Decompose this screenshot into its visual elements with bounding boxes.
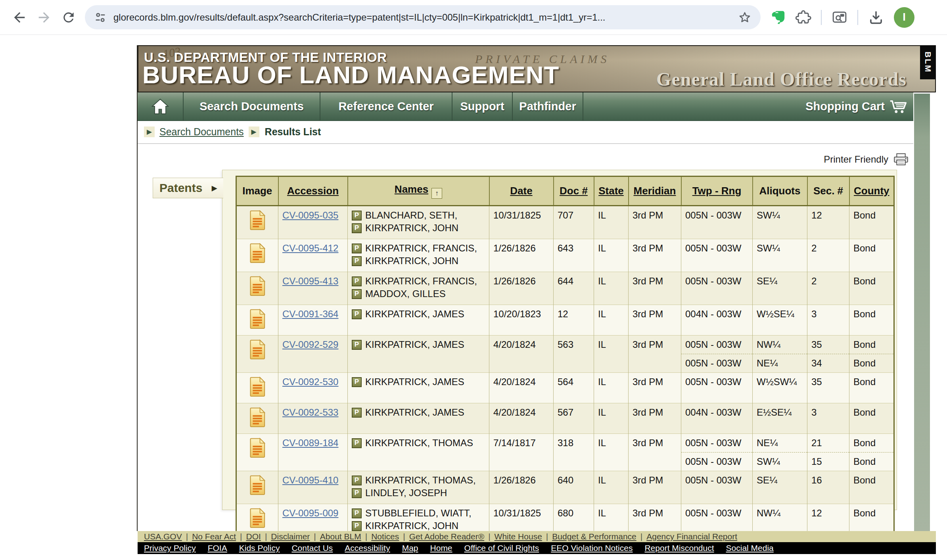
browser-back-button[interactable] xyxy=(7,5,32,30)
browser-reload-button[interactable] xyxy=(56,5,81,30)
document-page-icon xyxy=(249,210,266,230)
accession-link[interactable]: CV-0092-530 xyxy=(282,376,338,387)
cell-twp: 004N - 003W xyxy=(681,305,753,336)
cell-doc: 707 xyxy=(554,206,594,239)
col-header-doc[interactable]: Doc # xyxy=(554,176,594,206)
printer-friendly-button[interactable]: Printer Friendly xyxy=(805,153,909,166)
accession-link[interactable]: CV-0091-364 xyxy=(282,309,338,319)
footer-link-separator: | xyxy=(265,532,267,541)
patent-marker-icon: P xyxy=(352,377,362,387)
document-image-link[interactable] xyxy=(249,309,266,332)
accession-link[interactable]: CV-0092-533 xyxy=(282,407,338,418)
col-header-names[interactable]: Names↑ xyxy=(348,176,489,206)
patentee-name: PSTUBBLEFIELD, WIATT, xyxy=(352,508,485,519)
site-info-icon[interactable] xyxy=(94,11,107,24)
footer-link-disclaimer[interactable]: Disclaimer xyxy=(271,532,310,541)
cell-date: 7/14/1817 xyxy=(489,434,554,471)
accession-link[interactable]: CV-0092-529 xyxy=(282,339,338,350)
cell-twp: 005N - 003W xyxy=(681,354,753,373)
footer-link-accessibility[interactable]: Accessibility xyxy=(345,543,390,553)
reading-mode-icon[interactable] xyxy=(831,10,848,25)
footer-link-usa-gov[interactable]: USA.GOV xyxy=(144,532,182,541)
col-header-date[interactable]: Date xyxy=(489,176,554,206)
cell-state: IL xyxy=(594,373,629,403)
tab-patents[interactable]: Patents ▶ xyxy=(153,178,223,198)
footer-link-report-misconduct[interactable]: Report Misconduct xyxy=(644,543,714,553)
cell-accession: CV-0095-412 xyxy=(278,239,348,272)
footer-link-budget-performance[interactable]: Budget & Performance xyxy=(552,532,636,541)
cell-state: IL xyxy=(594,471,629,504)
col-header-accession[interactable]: Accession xyxy=(278,176,348,206)
document-image-link[interactable] xyxy=(249,210,266,233)
footer-link-social-media[interactable]: Social Media xyxy=(726,543,774,553)
footer-link-kids-policy[interactable]: Kids Policy xyxy=(239,543,280,553)
document-image-link[interactable] xyxy=(249,243,266,266)
col-header-state[interactable]: State xyxy=(594,176,629,206)
result-row: CV-0092-533PKIRKPATRICK, JAMES4/20/18245… xyxy=(236,403,894,434)
document-image-link[interactable] xyxy=(249,437,266,460)
footer-link-doi[interactable]: DOI xyxy=(246,532,261,541)
accession-link[interactable]: CV-0095-413 xyxy=(282,276,338,286)
cell-sec: 2 xyxy=(807,272,849,305)
footer-link-eeo-violation-notices[interactable]: EEO Violation Notices xyxy=(551,543,633,553)
footer-link-notices[interactable]: Notices xyxy=(371,532,399,541)
col-header-twp-rng[interactable]: Twp - Rng xyxy=(681,176,753,206)
accession-link[interactable]: CV-0095-412 xyxy=(282,243,338,253)
footer-link-map[interactable]: Map xyxy=(402,543,418,553)
nav-item-reference-center[interactable]: Reference Center xyxy=(320,92,452,121)
col-header-county[interactable]: County xyxy=(849,176,894,206)
evernote-extension-icon[interactable] xyxy=(770,9,786,26)
cell-meridian: 3rd PM xyxy=(629,403,681,434)
footer-link-home[interactable]: Home xyxy=(430,543,452,553)
profile-avatar[interactable]: I xyxy=(894,7,914,28)
document-image-link[interactable] xyxy=(249,508,266,531)
cell-names: PKIRKPATRICK, FRANCIS,PKIRKPATRICK, JOHN xyxy=(348,239,489,272)
cell-aliquots: NW¼ xyxy=(753,336,807,354)
breadcrumb-search-documents-link[interactable]: Search Documents xyxy=(159,126,244,138)
patent-marker-icon: P xyxy=(352,488,362,498)
cell-meridian: 3rd PM xyxy=(629,206,681,239)
bookmark-star-icon[interactable] xyxy=(738,10,752,25)
nav-item-support[interactable]: Support xyxy=(452,92,513,121)
result-row: CV-0095-035PBLANCHARD, SETH,PKIRKPATRICK… xyxy=(236,206,894,239)
download-icon[interactable] xyxy=(868,9,884,26)
browser-forward-button[interactable] xyxy=(32,5,56,30)
document-image-link[interactable] xyxy=(249,339,266,362)
extensions-puzzle-icon[interactable] xyxy=(796,10,811,25)
accession-link[interactable]: CV-0089-184 xyxy=(282,437,338,448)
result-row: CV-0089-184PKIRKPATRICK, THOMAS7/14/1817… xyxy=(236,434,894,453)
url-bar[interactable]: glorecords.blm.gov/results/default.aspx?… xyxy=(85,5,761,29)
footer-link-no-fear-act[interactable]: No Fear Act xyxy=(192,532,236,541)
patentee-name: PKIRKPATRICK, THOMAS xyxy=(352,437,485,449)
accession-link[interactable]: CV-0095-009 xyxy=(282,508,338,518)
result-row: CV-0092-529PKIRKPATRICK, JAMES4/20/18245… xyxy=(236,336,894,354)
document-image-link[interactable] xyxy=(249,475,266,498)
footer-link-office-of-civil-rights[interactable]: Office of Civil Rights xyxy=(464,543,539,553)
banner-watermark: PRIVATE CLAIMS xyxy=(475,52,610,66)
nav-item-pathfinder[interactable]: Pathfinder xyxy=(513,92,583,121)
document-image-link[interactable] xyxy=(249,276,266,299)
footer-link-get-adobe-reader[interactable]: Get Adobe Reader® xyxy=(409,532,484,541)
accession-link[interactable]: CV-0095-035 xyxy=(282,210,338,221)
footer-link-contact-us[interactable]: Contact Us xyxy=(291,543,333,553)
result-row: CV-0092-530PKIRKPATRICK, JAMES4/20/18245… xyxy=(236,373,894,403)
footer-link-separator: | xyxy=(546,532,548,541)
footer-link-white-house[interactable]: White House xyxy=(495,532,542,541)
col-header-meridian[interactable]: Meridian xyxy=(629,176,681,206)
footer-link-about-blm[interactable]: About BLM xyxy=(320,532,361,541)
shopping-cart-button[interactable]: Shopping Cart xyxy=(805,92,913,121)
footer-link-agency-financial-report[interactable]: Agency Financial Report xyxy=(646,532,737,541)
patentee-name: PKIRKPATRICK, JAMES xyxy=(352,376,485,387)
document-image-link[interactable] xyxy=(249,407,266,430)
document-image-link[interactable] xyxy=(249,376,266,399)
accession-link[interactable]: CV-0095-410 xyxy=(282,475,338,485)
nav-item-search-documents[interactable]: Search Documents xyxy=(184,92,320,121)
cell-date: 10/31/1825 xyxy=(489,206,554,239)
col-header-label: County xyxy=(854,185,889,197)
url-text[interactable]: glorecords.blm.gov/results/default.aspx?… xyxy=(113,12,738,23)
footer-link-privacy-policy[interactable]: Privacy Policy xyxy=(144,543,196,553)
footer-link-foia[interactable]: FOIA xyxy=(208,543,227,553)
sort-direction-icon[interactable]: ↑ xyxy=(431,188,442,199)
blm-side-label: BLM xyxy=(920,45,936,79)
nav-home-button[interactable] xyxy=(138,92,184,121)
